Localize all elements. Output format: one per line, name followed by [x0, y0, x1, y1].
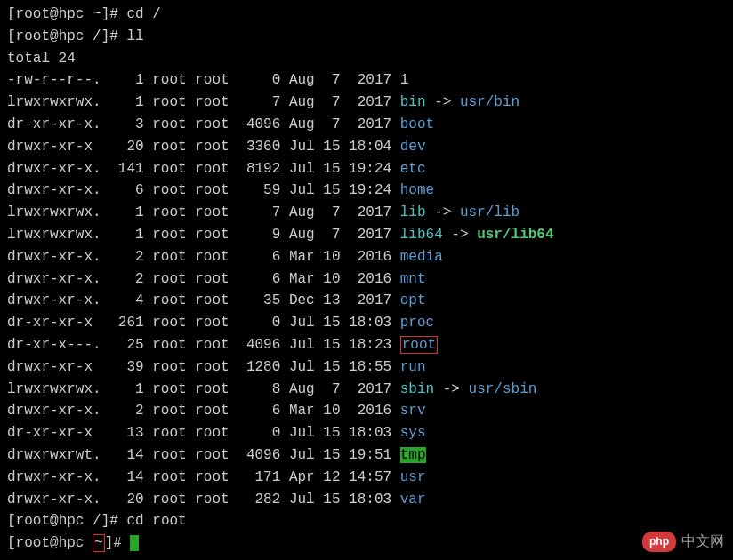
owner: root	[152, 315, 186, 331]
owner: root	[152, 425, 186, 441]
link-count: 39	[109, 359, 143, 375]
date: Jul 15 19:24	[289, 182, 391, 198]
group: root	[195, 94, 229, 110]
date: Aug 7 2017	[289, 94, 391, 110]
date: Aug 7 2017	[289, 227, 391, 243]
link-count: 6	[109, 182, 143, 198]
size: 0	[238, 425, 280, 441]
file-name: lib64	[400, 227, 443, 243]
size: 171	[238, 469, 280, 485]
permissions: lrwxrwxrwx.	[7, 204, 101, 220]
permissions: drwxr-xr-x.	[7, 292, 101, 308]
ls-entry: dr-xr-xr-x. 3 root root 4096 Aug 7 2017 …	[7, 114, 726, 136]
group: root	[195, 359, 229, 375]
group: root	[195, 492, 229, 508]
group: root	[195, 425, 229, 441]
date: Jul 15 18:03	[289, 425, 391, 441]
link-count: 13	[109, 425, 143, 441]
ls-entry: drwxr-xr-x. 4 root root 35 Dec 13 2017 o…	[7, 290, 726, 312]
size: 0	[238, 315, 280, 331]
ls-entry: drwxr-xr-x. 2 root root 6 Mar 10 2016 sr…	[7, 400, 726, 422]
group: root	[195, 403, 229, 419]
symlink-target: usr/lib	[460, 204, 520, 220]
link-count: 1	[109, 381, 143, 397]
owner: root	[152, 94, 186, 110]
link-count: 20	[109, 139, 143, 155]
size: 8	[238, 381, 280, 397]
link-count: 20	[109, 492, 143, 508]
link-count: 25	[109, 337, 143, 353]
prompt-user: root	[16, 28, 50, 44]
symlink-target: usr/lib64	[477, 227, 553, 243]
owner: root	[152, 492, 186, 508]
link-count: 1	[109, 94, 143, 110]
owner: root	[152, 72, 186, 88]
size: 0	[238, 72, 280, 88]
owner: root	[152, 381, 186, 397]
prompt-path: ~	[93, 6, 101, 22]
file-name: sys	[400, 425, 426, 441]
owner: root	[152, 337, 186, 353]
permissions: drwxr-xr-x.	[7, 403, 101, 419]
file-name: 1	[400, 72, 409, 88]
prompt-line: [root@hpc /]# ll	[7, 26, 726, 48]
permissions: drwxr-xr-x	[7, 359, 101, 375]
link-count: 14	[109, 469, 143, 485]
size: 7	[238, 204, 280, 220]
ls-entry: lrwxrwxrwx. 1 root root 7 Aug 7 2017 bin…	[7, 92, 726, 114]
date: Aug 7 2017	[289, 72, 391, 88]
watermark: php 中文网	[642, 531, 724, 553]
ls-entry: drwxr-xr-x 20 root root 3360 Jul 15 18:0…	[7, 136, 726, 158]
ls-entry: drwxr-xr-x. 6 root root 59 Jul 15 19:24 …	[7, 180, 726, 202]
size: 6	[238, 271, 280, 287]
terminal-window[interactable]: [root@hpc ~]# cd /[root@hpc /]# lltotal …	[7, 4, 726, 555]
date: Mar 10 2016	[289, 249, 391, 265]
ls-entry: dr-xr-xr-x 13 root root 0 Jul 15 18:03 s…	[7, 422, 726, 444]
prompt-line: [root@hpc /]# cd root	[7, 510, 726, 532]
file-name: media	[400, 249, 443, 265]
link-count: 4	[109, 292, 143, 308]
command-text: cd root	[126, 513, 186, 529]
size: 282	[238, 492, 280, 508]
file-name: var	[400, 492, 426, 508]
group: root	[195, 116, 229, 132]
group: root	[195, 72, 229, 88]
ls-entry: drwxr-xr-x. 2 root root 6 Mar 10 2016 mn…	[7, 268, 726, 291]
ls-entry: lrwxrwxrwx. 1 root root 7 Aug 7 2017 lib…	[7, 202, 726, 224]
group: root	[195, 381, 229, 397]
date: Aug 7 2017	[289, 381, 391, 397]
ls-entry: -rw-r--r--. 1 root root 0 Aug 7 2017 1	[7, 69, 726, 92]
size: 59	[238, 182, 280, 198]
prompt-host: hpc	[59, 535, 85, 551]
permissions: -rw-r--r--.	[7, 72, 101, 88]
symlink-target: usr/sbin	[469, 381, 537, 397]
permissions: drwxr-xr-x	[7, 139, 101, 155]
group: root	[195, 271, 229, 287]
prompt-line: [root@hpc ~]# cd /	[7, 4, 726, 26]
command-text: ll	[126, 28, 143, 44]
size: 9	[238, 227, 280, 243]
date: Jul 15 18:04	[289, 139, 391, 155]
prompt-user: root	[16, 513, 50, 529]
group: root	[195, 337, 229, 353]
prompt-path: /	[93, 513, 101, 529]
ls-entry: drwxr-xr-x. 14 root root 171 Apr 12 14:5…	[7, 467, 726, 489]
group: root	[195, 315, 229, 331]
size: 4096	[238, 116, 280, 132]
size: 4096	[238, 337, 280, 353]
size: 4096	[238, 447, 280, 463]
link-count: 14	[109, 447, 143, 463]
prompt-user: root	[16, 535, 50, 551]
permissions: lrwxrwxrwx.	[7, 94, 101, 110]
ls-entry: drwxr-xr-x 39 root root 1280 Jul 15 18:5…	[7, 356, 726, 379]
ls-entry: lrwxrwxrwx. 1 root root 8 Aug 7 2017 sbi…	[7, 379, 726, 401]
date: Jul 15 18:03	[289, 492, 391, 508]
total-line: total 24	[7, 48, 726, 70]
ls-entry: drwxr-xr-x. 2 root root 6 Mar 10 2016 me…	[7, 246, 726, 268]
file-name: boot	[400, 116, 434, 132]
size: 1280	[238, 359, 280, 375]
file-name: opt	[400, 292, 426, 308]
size: 3360	[238, 139, 280, 155]
owner: root	[152, 403, 186, 419]
size: 6	[238, 249, 280, 265]
